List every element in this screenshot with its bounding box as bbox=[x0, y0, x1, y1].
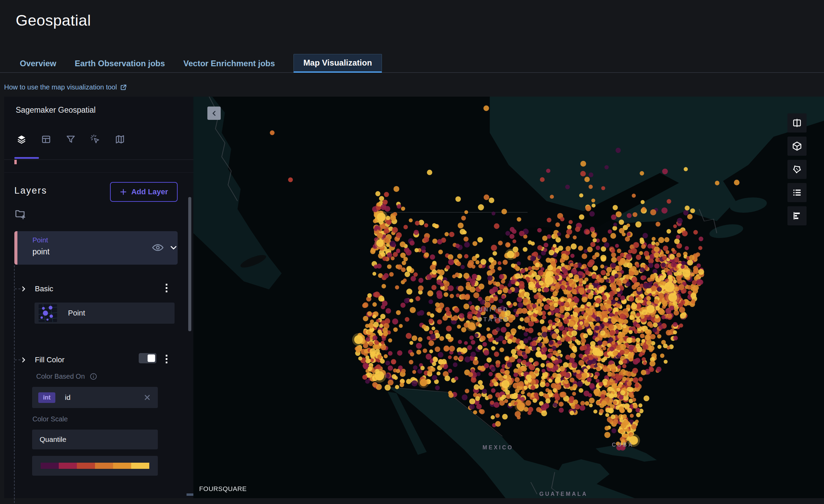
field-type-badge: int bbox=[38, 392, 55, 403]
geospatial-page: Geospatial OverviewEarth Observation job… bbox=[0, 0, 824, 504]
tab-earth-observation-jobs[interactable]: Earth Observation jobs bbox=[75, 54, 165, 73]
ramp-swatch bbox=[131, 463, 149, 469]
fill-color-section-header: Fill Color bbox=[20, 354, 65, 366]
sidebar-tool-tabs bbox=[16, 134, 126, 145]
collapse-sidebar-button[interactable] bbox=[207, 107, 221, 120]
fill-color-section-label: Fill Color bbox=[35, 355, 65, 364]
split-map-icon bbox=[792, 118, 802, 128]
layer-collapse-chevron-icon[interactable] bbox=[169, 243, 178, 252]
layer-name-label: point bbox=[32, 247, 50, 256]
layer-chart-button[interactable] bbox=[787, 206, 807, 225]
sidebar-divider bbox=[4, 159, 193, 160]
polygon-select-icon bbox=[792, 164, 802, 174]
basic-section-label: Basic bbox=[35, 284, 53, 293]
basic-section-menu-icon[interactable] bbox=[165, 284, 168, 294]
clear-field-icon[interactable] bbox=[143, 394, 151, 401]
sidebar-divider-2 bbox=[4, 172, 193, 173]
basemap-icon[interactable] bbox=[114, 134, 126, 145]
interaction-icon[interactable] bbox=[90, 134, 101, 145]
ramp-swatch bbox=[59, 463, 77, 469]
color-ramp bbox=[41, 463, 149, 469]
map-label: CUBA bbox=[612, 440, 634, 450]
field-value: id bbox=[65, 393, 70, 402]
color-based-on-label: Color Based On bbox=[36, 373, 97, 380]
color-scale-select[interactable]: Quantile bbox=[32, 430, 158, 449]
info-icon[interactable] bbox=[90, 373, 97, 380]
external-link-icon bbox=[120, 84, 127, 91]
layer-card-point[interactable]: Point point bbox=[14, 231, 178, 265]
map-attribution: FOURSQUARE bbox=[199, 485, 247, 493]
layer-chart-icon bbox=[792, 211, 802, 221]
color-scale-value: Quantile bbox=[40, 435, 66, 444]
sidebar-horizontal-scrollbar[interactable] bbox=[187, 493, 193, 496]
layers-icon[interactable] bbox=[16, 134, 27, 145]
point-type-label: Point bbox=[68, 309, 85, 318]
plus-icon bbox=[120, 188, 127, 196]
tab-map-visualization[interactable]: Map Visualization bbox=[293, 54, 382, 73]
ramp-swatch bbox=[113, 463, 131, 469]
page-title: Geospatial bbox=[16, 12, 91, 29]
expand-chevron-icon[interactable] bbox=[20, 285, 27, 293]
ramp-swatch bbox=[41, 463, 59, 469]
tab-vector-enrichment-jobs[interactable]: Vector Enrichment jobs bbox=[183, 54, 275, 73]
ramp-swatch bbox=[77, 463, 95, 469]
clipped-layer-tick bbox=[14, 160, 17, 164]
tree-connector bbox=[14, 265, 15, 504]
fill-color-section-menu-icon[interactable] bbox=[165, 355, 168, 365]
point-type-row[interactable]: Point bbox=[35, 303, 175, 324]
split-map-button[interactable] bbox=[787, 113, 807, 132]
layers-heading: Layers bbox=[14, 185, 47, 196]
chevron-left-icon bbox=[211, 110, 218, 117]
map-canvas-area[interactable]: UNITED STATESMEXICOCUBAGUATEMALA FOURSQU… bbox=[193, 97, 824, 498]
sidebar-vertical-scrollbar[interactable] bbox=[188, 197, 191, 331]
help-link-label: How to use the map visualization tool bbox=[4, 83, 117, 91]
point-layer-dots bbox=[193, 97, 824, 498]
ramp-swatch bbox=[95, 463, 113, 469]
filter-icon[interactable] bbox=[65, 134, 77, 145]
panel-icon[interactable] bbox=[40, 134, 52, 145]
sidebar-panel: Sagemaker Geospatial bbox=[4, 97, 193, 498]
tab-bar: OverviewEarth Observation jobsVector Enr… bbox=[0, 54, 824, 73]
point-type-thumbnail bbox=[39, 304, 57, 322]
color-scale-label: Color Scale bbox=[32, 415, 68, 423]
active-tool-underline bbox=[14, 157, 39, 159]
map-controls bbox=[787, 113, 807, 225]
add-layer-button[interactable]: Add Layer bbox=[110, 182, 178, 202]
help-link[interactable]: How to use the map visualization tool bbox=[4, 83, 127, 91]
expand-chevron-icon[interactable] bbox=[20, 356, 27, 364]
layer-type-label: Point bbox=[32, 236, 48, 244]
sidebar-title: Sagemaker Geospatial bbox=[16, 106, 96, 115]
toggle-knob bbox=[148, 354, 155, 362]
tab-overview[interactable]: Overview bbox=[20, 54, 56, 73]
layer-visibility-eye-icon[interactable] bbox=[152, 241, 164, 254]
map-label: UNITED STATES bbox=[478, 305, 509, 325]
fill-color-toggle[interactable] bbox=[139, 353, 156, 363]
basic-section-header: Basic bbox=[20, 283, 53, 295]
layer-color-accent bbox=[14, 231, 17, 265]
3d-view-button[interactable] bbox=[787, 137, 807, 156]
legend-icon bbox=[792, 187, 802, 198]
map-label: MEXICO bbox=[483, 443, 513, 452]
legend-button[interactable] bbox=[787, 183, 807, 202]
color-ramp-picker[interactable] bbox=[32, 456, 158, 476]
3d-view-icon bbox=[792, 141, 802, 151]
add-layer-group-icon[interactable] bbox=[14, 208, 27, 220]
polygon-select-button[interactable] bbox=[787, 160, 807, 179]
color-based-on-field[interactable]: int id bbox=[32, 387, 158, 408]
map-label: GUATEMALA bbox=[539, 489, 588, 498]
